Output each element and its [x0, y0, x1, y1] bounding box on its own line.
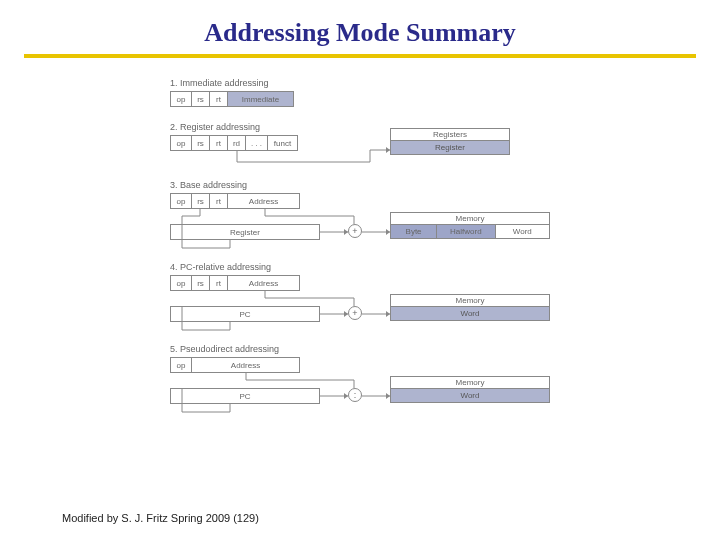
- instruction-fields: op rs rt Immediate: [170, 91, 600, 107]
- pc-box: PC: [170, 388, 320, 404]
- field-rs: rs: [192, 135, 210, 151]
- diagram-area: 1. Immediate addressing op rs rt Immedia…: [170, 78, 600, 426]
- memory-header: Memory: [391, 295, 549, 306]
- field-dots: . . .: [246, 135, 268, 151]
- pc-box: PC: [170, 306, 320, 322]
- field-rs: rs: [192, 275, 210, 291]
- field-rd: rd: [228, 135, 246, 151]
- memory-box: Memory Word: [390, 376, 550, 403]
- mode-label: 4. PC-relative addressing: [170, 262, 600, 272]
- mode-pseudodirect: 5. Pseudodirect addressing op Address PC…: [170, 344, 600, 416]
- registers-box: Registers Register: [390, 128, 510, 155]
- page-title: Addressing Mode Summary: [0, 0, 720, 54]
- mode-label: 2. Register addressing: [170, 122, 600, 132]
- registers-body: Register: [391, 140, 509, 154]
- registers-header: Registers: [391, 129, 509, 140]
- field-funct: funct: [268, 135, 298, 151]
- field-op: op: [170, 193, 192, 209]
- mode-label: 1. Immediate addressing: [170, 78, 600, 88]
- instruction-fields: op rs rt Address: [170, 275, 600, 291]
- concat-icon: :: [348, 388, 362, 402]
- mode-register: 2. Register addressing op rs rt rd . . .…: [170, 122, 600, 170]
- adder-icon: +: [348, 224, 362, 238]
- memory-header: Memory: [391, 377, 549, 388]
- field-rt: rt: [210, 275, 228, 291]
- field-op: op: [170, 135, 192, 151]
- mode-label: 3. Base addressing: [170, 180, 600, 190]
- field-op: op: [170, 91, 192, 107]
- memory-word: Word: [496, 225, 549, 238]
- mode-immediate: 1. Immediate addressing op rs rt Immedia…: [170, 78, 600, 112]
- field-address: Address: [228, 275, 300, 291]
- instruction-fields: op rs rt rd . . . funct: [170, 135, 600, 151]
- instruction-fields: op Address: [170, 357, 600, 373]
- memory-box: Memory Word: [390, 294, 550, 321]
- footer-text: Modified by S. J. Fritz Spring 2009 (129…: [62, 512, 259, 524]
- mode-base: 3. Base addressing op rs rt Address Regi…: [170, 180, 600, 252]
- field-address: Address: [228, 193, 300, 209]
- field-rt: rt: [210, 91, 228, 107]
- memory-box: Memory Byte Halfword Word: [390, 212, 550, 239]
- field-rs: rs: [192, 193, 210, 209]
- memory-byte: Byte: [391, 225, 437, 238]
- field-rt: rt: [210, 193, 228, 209]
- instruction-fields: op rs rt Address: [170, 193, 600, 209]
- memory-body: Word: [391, 388, 549, 402]
- title-underline: [24, 54, 696, 58]
- field-immediate: Immediate: [228, 91, 294, 107]
- field-rt: rt: [210, 135, 228, 151]
- mode-label: 5. Pseudodirect addressing: [170, 344, 600, 354]
- field-rs: rs: [192, 91, 210, 107]
- memory-header: Memory: [391, 213, 549, 224]
- memory-halfword: Halfword: [437, 225, 495, 238]
- field-op: op: [170, 275, 192, 291]
- field-address: Address: [192, 357, 300, 373]
- memory-body: Word: [391, 306, 549, 320]
- mode-pc-relative: 4. PC-relative addressing op rs rt Addre…: [170, 262, 600, 334]
- adder-icon: +: [348, 306, 362, 320]
- field-op: op: [170, 357, 192, 373]
- register-box: Register: [170, 224, 320, 240]
